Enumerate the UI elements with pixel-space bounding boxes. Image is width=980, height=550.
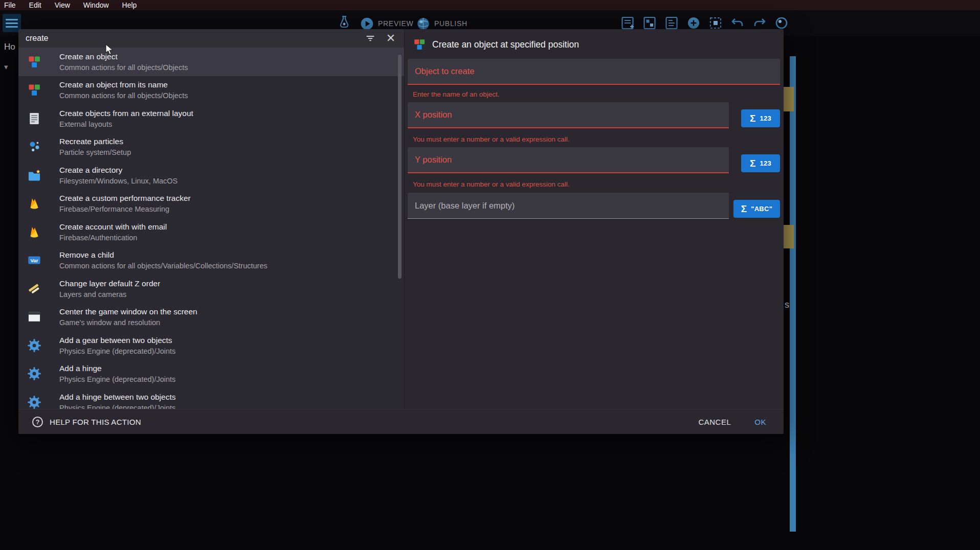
action-title: Add a hinge between two objects bbox=[59, 392, 176, 402]
preview-label: PREVIEW bbox=[378, 19, 413, 28]
external-layout-icon bbox=[27, 111, 42, 126]
action-list-item[interactable]: Create an objectCommon actions for all o… bbox=[18, 48, 404, 76]
search-input[interactable] bbox=[26, 34, 356, 43]
action-title: Create an object from its name bbox=[59, 79, 188, 90]
ok-button[interactable]: OK bbox=[754, 418, 766, 426]
action-subtitle: External layouts bbox=[59, 119, 193, 129]
editor-scrollbar[interactable] bbox=[790, 56, 796, 532]
menu-edit[interactable]: Edit bbox=[29, 1, 41, 9]
objects-icon bbox=[27, 82, 42, 98]
help-label: HELP FOR THIS ACTION bbox=[50, 418, 141, 426]
publish-label: PUBLISH bbox=[434, 19, 467, 28]
action-subtitle: Physics Engine (deprecated)/Joints bbox=[59, 346, 175, 356]
x-position-label: X position bbox=[415, 110, 452, 120]
x-position-field[interactable]: X position bbox=[408, 102, 729, 128]
action-list-item[interactable]: Create an object from its nameCommon act… bbox=[18, 76, 404, 105]
detail-title: Create an object at specified position bbox=[432, 39, 579, 50]
action-title: Create a custom performance tracker bbox=[59, 193, 191, 203]
action-title: Create account with with email bbox=[59, 221, 167, 232]
sigma-icon: Σ bbox=[750, 158, 755, 168]
layer-field[interactable]: Layer (base layer if empty) bbox=[408, 193, 729, 219]
object-to-create-field[interactable]: Object to create bbox=[408, 59, 780, 85]
sigma-icon: Σ bbox=[741, 204, 747, 214]
choose-action-dialog: ✕ Create an objectCommon actions for all… bbox=[18, 29, 784, 434]
menu-file[interactable]: File bbox=[4, 1, 16, 9]
action-subtitle: Game's window and resolution bbox=[59, 317, 197, 328]
action-subtitle: Firebase/Performance Measuring bbox=[59, 204, 191, 214]
tab-home-fragment[interactable]: Ho bbox=[4, 42, 15, 52]
action-title: Change layer default Z order bbox=[59, 278, 160, 289]
physics-icon bbox=[27, 395, 42, 409]
objects-icon bbox=[27, 54, 42, 70]
action-list-item[interactable]: Change layer default Z orderLayers and c… bbox=[18, 274, 404, 303]
x-expression-button[interactable]: Σ 123 bbox=[741, 109, 780, 127]
action-list-item[interactable]: Create a custom performance trackerFireb… bbox=[18, 190, 404, 218]
action-title: Center the game window on the screen bbox=[59, 306, 197, 317]
y-position-field[interactable]: Y position bbox=[408, 147, 729, 173]
action-subtitle: Firebase/Authentication bbox=[59, 233, 167, 243]
menubar: FileEditViewWindowHelp bbox=[0, 0, 980, 10]
object-helper-text: Enter the name of an object. bbox=[413, 90, 500, 98]
y-expression-button[interactable]: Σ 123 bbox=[741, 154, 780, 172]
play-icon bbox=[360, 17, 374, 31]
list-scrollbar[interactable] bbox=[398, 55, 402, 279]
action-subtitle: Physics Engine (deprecated)/Joints bbox=[59, 403, 176, 409]
folder-icon bbox=[27, 168, 42, 183]
debugger-icon[interactable] bbox=[337, 14, 352, 30]
window-icon bbox=[27, 309, 42, 325]
help-button[interactable]: ? HELP FOR THIS ACTION bbox=[32, 417, 141, 427]
preview-button[interactable]: PREVIEW bbox=[360, 16, 413, 31]
object-groups-panel-icon[interactable] bbox=[642, 15, 657, 31]
action-title: Create an object bbox=[59, 51, 188, 62]
layer-expression-button[interactable]: Σ "ABC" bbox=[733, 200, 780, 218]
create-object-icon bbox=[413, 38, 426, 51]
x-error-text: You must enter a number or a valid expre… bbox=[413, 135, 569, 143]
zoom-icon[interactable] bbox=[774, 15, 789, 31]
action-list-item[interactable]: Add a hingePhysics Engine (deprecated)/J… bbox=[18, 360, 404, 388]
sigma-icon: Σ bbox=[750, 113, 755, 123]
action-list-item[interactable]: VarRemove a childCommon actions for all … bbox=[18, 246, 404, 275]
instances-panel-icon[interactable] bbox=[708, 15, 723, 31]
chevron-down-icon[interactable]: ▾ bbox=[4, 62, 8, 72]
action-subtitle: Common actions for all objects/Variables… bbox=[59, 261, 268, 271]
action-title: Remove a child bbox=[59, 249, 268, 260]
action-subtitle: Layers and cameras bbox=[59, 289, 160, 300]
action-list-item[interactable]: Add a hinge between two objectsPhysics E… bbox=[18, 388, 404, 409]
physics-icon bbox=[27, 338, 42, 353]
globe-icon bbox=[416, 17, 430, 31]
action-subtitle: Particle system/Setup bbox=[59, 147, 131, 157]
publish-button[interactable]: PUBLISH bbox=[416, 16, 467, 31]
y-position-label: Y position bbox=[415, 155, 452, 165]
background-text-fragment: s bbox=[785, 300, 789, 310]
firebase-icon bbox=[27, 224, 42, 240]
action-title: Create objects from an external layout bbox=[59, 108, 193, 119]
cancel-button[interactable]: CANCEL bbox=[698, 418, 731, 426]
menu-window[interactable]: Window bbox=[83, 1, 109, 9]
action-list: Create an objectCommon actions for all o… bbox=[18, 48, 404, 409]
redo-icon[interactable] bbox=[752, 15, 767, 31]
physics-icon bbox=[27, 366, 42, 381]
svg-text:Var: Var bbox=[30, 258, 38, 263]
action-list-item[interactable]: Create account with with emailFirebase/A… bbox=[18, 218, 404, 246]
help-icon: ? bbox=[32, 417, 43, 427]
action-search-panel: ✕ Create an objectCommon actions for all… bbox=[18, 29, 404, 409]
action-subtitle: Physics Engine (deprecated)/Joints bbox=[59, 374, 175, 384]
undo-icon[interactable] bbox=[730, 15, 745, 31]
menu-view[interactable]: View bbox=[55, 1, 70, 9]
action-list-item[interactable]: Center the game window on the screenGame… bbox=[18, 303, 404, 332]
add-instance-icon[interactable] bbox=[686, 15, 701, 31]
object-to-create-label: Object to create bbox=[415, 66, 474, 76]
y-error-text: You must enter a number or a valid expre… bbox=[413, 180, 569, 188]
close-icon[interactable]: ✕ bbox=[385, 32, 397, 44]
filter-icon[interactable] bbox=[364, 32, 376, 44]
action-detail-panel: Create an object at specified position O… bbox=[404, 29, 784, 409]
firebase-icon bbox=[27, 196, 42, 211]
particles-icon bbox=[27, 139, 42, 154]
objects-panel-icon[interactable] bbox=[620, 15, 635, 31]
action-list-item[interactable]: Add a gear between two objectsPhysics En… bbox=[18, 331, 404, 360]
action-list-item[interactable]: Create objects from an external layoutEx… bbox=[18, 104, 404, 133]
properties-panel-icon[interactable] bbox=[664, 15, 679, 31]
action-list-item[interactable]: Recreate particlesParticle system/Setup bbox=[18, 133, 404, 162]
action-list-item[interactable]: Create a directoryFilesystem/Windows, Li… bbox=[18, 161, 404, 190]
menu-help[interactable]: Help bbox=[122, 1, 137, 9]
